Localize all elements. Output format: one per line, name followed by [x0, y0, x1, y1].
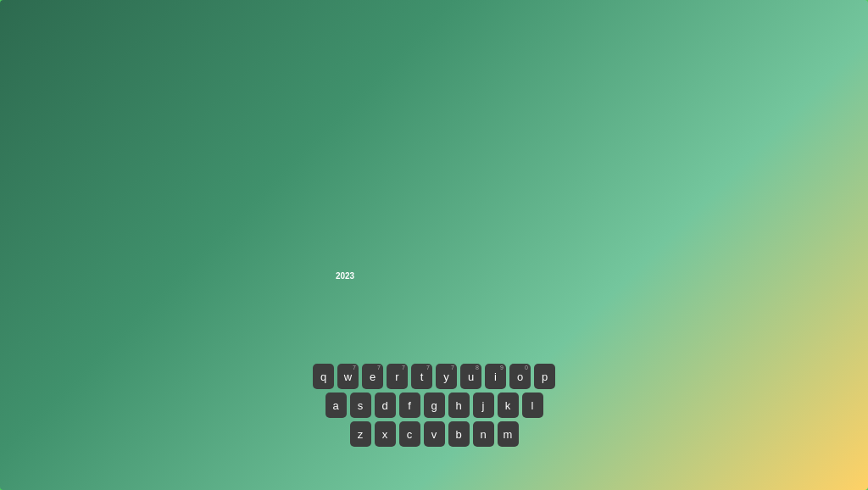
key-u[interactable]: u8 — [460, 364, 481, 389]
key-w[interactable]: w7 — [337, 364, 359, 389]
key-l[interactable]: l — [522, 393, 543, 418]
key-g[interactable]: g — [424, 393, 445, 418]
key-r[interactable]: r7 — [387, 364, 408, 389]
key-h[interactable]: h — [448, 393, 470, 418]
key-d[interactable]: d — [375, 393, 396, 418]
results-area: 2023 Wrapped Gênero 2022 As mais tocadas… — [311, 248, 557, 315]
key-b[interactable]: b — [448, 421, 470, 447]
result-mais-tocadas[interactable]: 2022 As mais tocadas no seu 2022 Playlis… — [311, 305, 557, 315]
key-p[interactable]: p — [534, 364, 555, 389]
key-f[interactable]: f — [399, 393, 420, 418]
key-s[interactable]: s — [350, 393, 371, 418]
phone-container: ← ✕ wrapped around your finger remas... — [311, 8, 557, 482]
key-t[interactable]: t7 — [411, 364, 432, 389]
key-y[interactable]: y7 — [436, 364, 457, 389]
key-k[interactable]: k — [498, 393, 519, 418]
key-j[interactable]: j — [473, 393, 494, 418]
keyboard-row-3: ⇧ z x c v b n m ⌫ — [321, 421, 547, 447]
mais-tocadas-thumbnail: 2022 — [323, 314, 364, 315]
key-m[interactable]: m — [498, 421, 519, 447]
key-c[interactable]: c — [399, 421, 420, 447]
key-e[interactable]: e7 — [362, 364, 383, 389]
key-q[interactable]: q — [313, 364, 334, 389]
key-o[interactable]: o0 — [509, 364, 531, 389]
key-x[interactable]: x — [375, 421, 396, 447]
key-v[interactable]: v — [424, 421, 445, 447]
key-a[interactable]: a — [326, 393, 347, 418]
key-i[interactable]: i9 — [485, 364, 506, 389]
keyboard-row-2: a s d f g h j k l — [321, 393, 547, 418]
key-n[interactable]: n — [473, 421, 494, 447]
key-z[interactable]: z — [350, 421, 371, 447]
